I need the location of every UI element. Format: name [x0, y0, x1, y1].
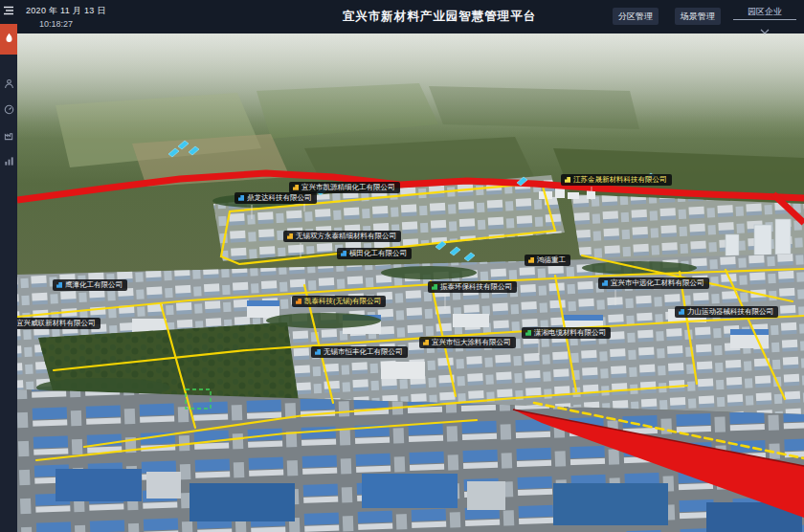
- company-label-text: 江苏金晟新材料科技有限公司: [573, 176, 667, 184]
- smart-park-platform-window: 2020 年 11 月 13 日 10:18:27 宜兴市新材料产业园智慧管理平…: [0, 0, 804, 532]
- factory-icon: [238, 195, 244, 201]
- company-label-text: 鼎龙达科技有限公司: [247, 194, 312, 202]
- zone-management-button[interactable]: 分区管理: [613, 8, 659, 25]
- company-label[interactable]: 鹰潭化工有限公司: [53, 279, 127, 291]
- company-label-text: 宜兴市中远化工材料有限公司: [611, 279, 704, 287]
- company-label[interactable]: 江苏金晟新材料科技有限公司: [561, 174, 672, 186]
- page-title: 宜兴市新材料产业园智慧管理平台: [343, 9, 537, 25]
- person-icon[interactable]: [2, 77, 15, 90]
- factory-icon[interactable]: [2, 128, 15, 142]
- sidebar-item-fire-active[interactable]: [0, 24, 17, 55]
- company-label-text: 潇湘电缆材料有限公司: [534, 329, 606, 337]
- factory-icon: [287, 233, 293, 239]
- horizon-haze: [17, 33, 804, 139]
- company-label-text: 横田化工有限公司: [349, 250, 407, 257]
- factory-icon: [528, 257, 534, 263]
- chevron-down-icon: [760, 21, 770, 38]
- factory-icon: [341, 251, 346, 256]
- company-label[interactable]: 横田化工有限公司: [337, 248, 412, 259]
- bar-chart-icon[interactable]: [2, 154, 15, 167]
- company-label[interactable]: 宜兴威联新材料有限公司: [17, 318, 100, 329]
- factory-icon: [293, 185, 299, 190]
- company-label[interactable]: 凯泰科技(无锡)有限公司: [292, 296, 386, 307]
- company-label[interactable]: 无锡市恒丰化工有限公司: [311, 346, 408, 358]
- company-label[interactable]: 潇湘电缆材料有限公司: [522, 327, 611, 339]
- company-label[interactable]: 宜兴市恒大涂料有限公司: [419, 337, 516, 348]
- scene-management-button[interactable]: 场景管理: [675, 8, 721, 25]
- factory-icon: [296, 299, 302, 304]
- factory-icon: [432, 284, 437, 290]
- factory-icon: [602, 280, 608, 286]
- park-enterprise-label: 园区企业: [733, 4, 796, 18]
- left-toolbar: [0, 33, 17, 532]
- company-label[interactable]: 宜兴市凯源精细化工有限公司: [289, 182, 400, 193]
- company-label-text: 宜兴威联新材料有限公司: [17, 320, 96, 327]
- map-viewport: 鼎龙达科技有限公司 宜兴市凯源精细化工有限公司 无锡双方永泰精细材料有限公司 横…: [17, 33, 804, 532]
- company-label[interactable]: 宜兴市中远化工材料有限公司: [598, 277, 709, 289]
- company-label[interactable]: 鼎龙达科技有限公司: [234, 192, 317, 204]
- company-label-text: 振泰环保科技有限公司: [440, 283, 512, 291]
- factory-icon: [565, 177, 570, 183]
- company-label-text: 力山运动器械科技有限公司: [687, 308, 773, 316]
- factory-icon: [56, 282, 62, 288]
- flame-icon: [4, 31, 14, 48]
- factory-icon: [423, 340, 429, 345]
- company-label-text: 鸿德重工: [537, 256, 566, 264]
- company-label[interactable]: 力山运动器械科技有限公司: [675, 306, 778, 318]
- factory-icon: [525, 330, 531, 336]
- company-label-text: 鹰潭化工有限公司: [65, 281, 123, 289]
- gauge-icon[interactable]: [2, 102, 15, 116]
- company-label-text: 宜兴市凯源精细化工有限公司: [302, 184, 395, 191]
- factory-icon: [315, 349, 321, 355]
- factory-icon: [679, 309, 684, 315]
- park-enterprise-dropdown[interactable]: 园区企业: [733, 4, 796, 30]
- company-label-text: 宜兴市恒大涂料有限公司: [432, 339, 511, 346]
- company-label-text: 无锡双方永泰精细材料有限公司: [296, 233, 396, 240]
- hamburger-menu-icon[interactable]: [0, 0, 17, 21]
- current-date: 2020 年 11 月 13 日: [26, 5, 106, 17]
- current-time: 10:18:27: [39, 19, 73, 29]
- company-label[interactable]: 鸿德重工: [525, 255, 570, 266]
- company-label[interactable]: 无锡双方永泰精细材料有限公司: [283, 231, 401, 242]
- company-label-text: 无锡市恒丰化工有限公司: [324, 348, 403, 356]
- company-label-text: 凯泰科技(无锡)有限公司: [304, 298, 381, 305]
- dropdown-divider: [733, 19, 796, 20]
- company-label[interactable]: 振泰环保科技有限公司: [428, 281, 517, 293]
- top-header-bar: 2020 年 11 月 13 日 10:18:27 宜兴市新材料产业园智慧管理平…: [0, 0, 804, 33]
